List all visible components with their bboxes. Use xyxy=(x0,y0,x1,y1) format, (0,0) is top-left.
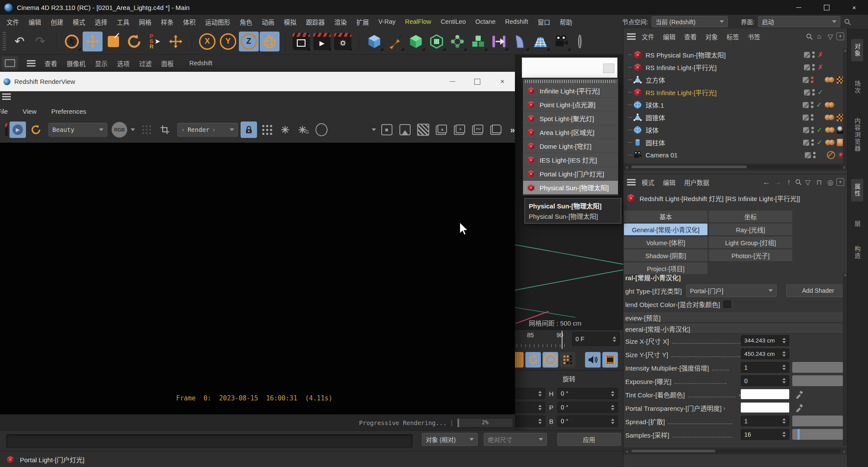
menu-item[interactable]: 帮助 xyxy=(555,17,577,26)
menu-item[interactable]: 运动图形 xyxy=(200,17,235,26)
viewport-hamburger-icon[interactable] xyxy=(27,60,35,67)
object-manager-menu-item[interactable]: 对象 xyxy=(701,32,722,41)
menu-item[interactable]: CentiLeo xyxy=(436,18,470,25)
object-manager-hamburger-icon[interactable] xyxy=(627,33,636,40)
redo-button[interactable]: ↷ xyxy=(30,32,50,51)
attribute-hscroll[interactable]: ‹› xyxy=(624,448,848,454)
menu-item[interactable]: Redshift xyxy=(500,18,533,25)
renderview-close-icon[interactable]: × xyxy=(490,72,515,91)
object-row[interactable]: 球体.1 ✓ xyxy=(624,99,848,111)
render-settings-button[interactable] xyxy=(333,32,353,51)
object-row[interactable]: Camera 01 xyxy=(624,149,848,161)
layer-tag-icon[interactable] xyxy=(805,152,811,158)
enabled-check-icon[interactable]: ✓ xyxy=(816,126,823,134)
play-p-button[interactable]: P xyxy=(543,352,558,368)
disabled-x-icon[interactable]: ✗ xyxy=(817,51,824,59)
goto-start-button[interactable] xyxy=(515,352,524,368)
light-menu-item[interactable]: Area Light-[区域光] xyxy=(523,125,618,139)
attribute-menu-item[interactable]: 模式 xyxy=(637,178,659,187)
move-tool-button[interactable] xyxy=(83,32,103,51)
psr-keyframe-button[interactable]: PSR➤ xyxy=(145,32,165,51)
object-row[interactable]: RS Infinite Light-[平行光] ✗ xyxy=(624,61,848,74)
eyedropper-icon[interactable] xyxy=(795,403,804,412)
cube-primitive-button[interactable] xyxy=(364,32,384,51)
renderview-maximize-icon[interactable] xyxy=(465,72,490,91)
coord-mode-select[interactable]: 对象 (相对) xyxy=(422,433,478,446)
light-menu-item[interactable]: Dome Light-[穹灯] xyxy=(523,139,618,153)
focus-point-icon[interactable] xyxy=(379,122,395,138)
rotate-tool-button[interactable] xyxy=(124,32,144,51)
menu-item[interactable]: 样条 xyxy=(156,17,178,26)
material-tag-icon[interactable] xyxy=(829,77,834,83)
disabled-x-icon[interactable]: ✗ xyxy=(817,63,824,71)
general-section-bar[interactable]: eneral-[常规-小青汉化] xyxy=(624,324,848,334)
menu-item[interactable]: Octane xyxy=(470,18,500,25)
menu-item[interactable]: 编辑 xyxy=(24,17,46,26)
size-mode-select[interactable]: 绝对尺寸 xyxy=(484,433,547,446)
viewport-menu-item[interactable]: 面板 xyxy=(157,59,179,68)
cubes-stack-button[interactable] xyxy=(468,32,488,51)
menu-item[interactable]: 网格 xyxy=(134,17,156,26)
render-preview-button[interactable] xyxy=(602,352,618,368)
menu-item[interactable]: 文件 xyxy=(2,17,24,26)
channel-rgb-button[interactable]: RGB xyxy=(110,122,129,138)
search-icon[interactable] xyxy=(795,179,802,186)
rotation-p-field[interactable]: 0 ° xyxy=(557,402,618,413)
size-field-clipped[interactable] xyxy=(515,402,545,413)
timeline-playhead[interactable] xyxy=(562,331,563,349)
tab-shadow[interactable]: Shadow-[阴影] xyxy=(624,249,707,261)
size-x-field[interactable]: 344.243 cm xyxy=(741,335,789,346)
renderview-title-bar[interactable]: Redshift RenderView × xyxy=(0,72,515,91)
menu-item[interactable]: 选择 xyxy=(90,17,112,26)
live-selection-button[interactable] xyxy=(62,32,82,51)
tab-basic[interactable]: 基本 xyxy=(624,211,707,222)
enabled-check-icon[interactable]: ✓ xyxy=(816,138,823,147)
add-panel-icon[interactable]: + xyxy=(836,178,844,186)
axis-move-button[interactable] xyxy=(166,32,186,51)
toolbar-overflow-icon[interactable]: » xyxy=(510,125,515,135)
attribute-hamburger-icon[interactable] xyxy=(627,179,636,186)
menu-item[interactable]: 窗口 xyxy=(533,17,555,26)
layer-tag-icon[interactable] xyxy=(803,115,809,121)
layer-tag-icon[interactable] xyxy=(803,127,809,133)
material-well[interactable] xyxy=(6,434,413,448)
grid-view-icon[interactable] xyxy=(259,122,275,138)
add-to-viewer-icon[interactable]: + xyxy=(451,122,468,138)
menu-item[interactable]: 跟踪器 xyxy=(301,17,330,26)
menu-item[interactable]: 工具 xyxy=(112,17,134,26)
light-menu-item[interactable]: Infinite Light-[平行光] xyxy=(523,84,618,98)
object-manager-menu-item[interactable]: 文件 xyxy=(637,32,659,41)
rotation-h-field[interactable]: 0 ° xyxy=(557,388,618,399)
scale-tool-button[interactable] xyxy=(103,32,123,51)
light-menu-item[interactable]: Portal Light-[门户灯光] xyxy=(523,167,618,181)
axis-x-lock-button[interactable]: X xyxy=(197,32,217,51)
light-menu-item[interactable]: Spot Light-[聚光灯] xyxy=(523,112,618,125)
menu-item[interactable]: 创建 xyxy=(46,17,68,26)
renderview-hamburger-icon[interactable] xyxy=(2,93,11,100)
size-field-clipped[interactable] xyxy=(515,416,545,427)
spread-field[interactable]: 1 xyxy=(741,416,789,426)
tab-project[interactable]: Project-[项目] xyxy=(624,262,707,274)
rotation-b-field[interactable]: 0 ° xyxy=(557,416,618,427)
light-menu-item[interactable]: IES Light-[IES 灯光] xyxy=(523,153,618,167)
keyframe-record-options-button[interactable] xyxy=(560,352,575,368)
menu-item[interactable]: 扩展 xyxy=(352,17,374,26)
bucket-mode-select[interactable]: ‹Render› xyxy=(177,123,238,137)
object-row[interactable]: 圆柱体 ✓ xyxy=(624,136,848,149)
apply-button[interactable]: 应用 xyxy=(557,433,621,446)
visibility-dots-icon[interactable] xyxy=(811,139,814,146)
layer-tag-icon[interactable] xyxy=(804,52,810,58)
visibility-dots-icon[interactable] xyxy=(812,64,815,70)
undo-button[interactable]: ↶ xyxy=(10,32,29,51)
layer-tag-icon[interactable] xyxy=(803,140,809,146)
preview-section-bar[interactable]: eview-[预览] xyxy=(624,313,848,323)
attribute-menu-item[interactable]: 用户数据 xyxy=(680,178,714,187)
side-tab-takes[interactable]: 场次 xyxy=(851,76,863,99)
viewport-panel-icon[interactable] xyxy=(2,56,18,70)
tab-photon[interactable]: Photon-[光子] xyxy=(709,249,792,261)
intensity-field[interactable]: 1 xyxy=(741,362,789,373)
menu-item[interactable]: 渲染 xyxy=(330,17,352,26)
visibility-dots-icon[interactable] xyxy=(813,152,816,158)
visibility-dots-icon[interactable] xyxy=(811,114,813,121)
exposure-slider[interactable] xyxy=(792,375,843,386)
